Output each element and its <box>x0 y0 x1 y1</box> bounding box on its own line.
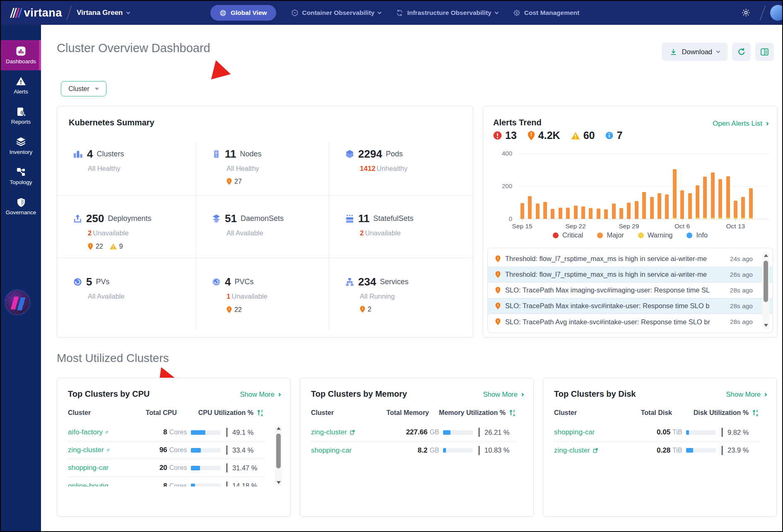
cluster-link[interactable]: zing-cluster <box>68 446 130 454</box>
show-more-link[interactable]: Show More <box>240 391 280 398</box>
scroll-thumb[interactable] <box>764 261 768 302</box>
chevron-right-icon <box>520 393 524 396</box>
scrollbar[interactable] <box>762 252 769 329</box>
alert-count-critical: 13 <box>493 129 517 141</box>
cluster-link[interactable]: aifo-factory <box>68 428 130 436</box>
cluster-filter-dropdown[interactable]: Cluster <box>61 81 106 96</box>
k8s-cell-head: 11Nodes <box>212 148 329 161</box>
scroll-down-icon[interactable] <box>277 481 281 484</box>
sidebar-item-alerts[interactable]: Alerts <box>1 70 41 101</box>
top-clusters-cards: Top Clusters by CPUShow MoreClusterTotal… <box>57 378 777 517</box>
x-axis-tick <box>576 219 576 221</box>
warning-icon <box>571 132 580 140</box>
show-more-link[interactable]: Show More <box>483 391 523 398</box>
scroll-down-icon[interactable] <box>764 324 768 327</box>
nav-infrastructure-observability[interactable]: Infrastructure Observability <box>396 9 498 17</box>
trend-bar <box>619 208 623 219</box>
sidebar-item-reports[interactable]: Reports <box>1 101 41 131</box>
trend-bar <box>718 179 722 219</box>
table-row[interactable]: shopping-car0.05TiB9.82 % <box>554 424 760 441</box>
k8s-cell-head: 5PVs <box>73 276 195 288</box>
scroll-thumb[interactable] <box>276 434 281 468</box>
alert-row[interactable]: !SLO: TracePath Avg intake-svc#intake-us… <box>488 314 773 330</box>
trend-bar <box>658 193 661 219</box>
legend-item-critical[interactable]: Critical <box>553 231 583 239</box>
svg-text:A: A <box>513 413 516 417</box>
sidebar-item-inventory[interactable]: Inventory <box>1 131 41 161</box>
alert-row[interactable]: !Threshold: flow_l7_rsptime_max_ms is hi… <box>488 251 773 267</box>
cluster-link[interactable]: shopping-car <box>68 464 130 472</box>
k8s-cell-services: 234ServicesAll Running!2 <box>329 258 473 330</box>
k8s-cell-daemonsets: 51DaemonSetsAll Available <box>196 196 329 258</box>
pvcs-icon <box>212 277 221 287</box>
header-actions: Download <box>662 43 774 61</box>
gridline <box>518 186 769 187</box>
alert-count-value: 13 <box>505 129 517 141</box>
major-icon: ! <box>226 306 232 314</box>
header-utilization[interactable]: Disk Utilization %ZA <box>677 409 760 417</box>
workspace-selector[interactable]: Virtana Green <box>77 9 130 17</box>
table-row[interactable]: zing-cluster227.66GB26.21 % <box>311 424 517 441</box>
show-more-link[interactable]: Show More <box>726 391 766 398</box>
header-cluster: Cluster <box>311 409 373 417</box>
total-value: 0.05TiB <box>616 428 682 436</box>
avatar[interactable] <box>770 5 783 21</box>
nav-cost-management[interactable]: $ Cost Management <box>513 9 580 17</box>
external-link-icon <box>350 430 355 435</box>
major-icon: ! <box>495 318 501 326</box>
nav-global-view[interactable]: Global View <box>210 5 276 21</box>
download-button[interactable]: Download <box>662 43 728 61</box>
statefulsets-icon <box>345 214 354 223</box>
alerts-trend-chart: 4002000Sep 15Sep 22Sep 29Oct 6Oct 13 <box>483 148 777 230</box>
table-row[interactable]: shopping-car8.2GB10.83 % <box>311 441 517 459</box>
refresh-button[interactable] <box>732 43 751 61</box>
table-row[interactable]: aifo-factory8Cores49.1 % <box>68 424 265 441</box>
cluster-link[interactable]: shopping-car <box>311 446 373 455</box>
scroll-up-icon[interactable] <box>277 427 281 430</box>
sidebar-item-governance[interactable]: Governance <box>1 191 41 221</box>
scrollbar[interactable] <box>275 424 282 486</box>
open-alerts-list-link[interactable]: Open Alerts List <box>713 120 768 128</box>
svg-text:$: $ <box>516 11 518 15</box>
warning-segment <box>718 218 722 219</box>
cluster-link[interactable]: online-boutiq <box>68 482 130 487</box>
table-row[interactable]: zing-cluster96Cores33.4 % <box>68 441 265 459</box>
alert-timestamp: 28s ago <box>730 318 753 326</box>
cluster-link[interactable]: zing-cluster <box>311 428 373 436</box>
sidebar-item-topology[interactable]: Topology <box>1 161 41 191</box>
top-clusters-memory-card: Top Clusters by MemoryShow MoreClusterTo… <box>300 378 534 517</box>
trend-bar <box>559 208 562 219</box>
sidebar-item-dashboards[interactable]: Dashboards <box>1 40 41 70</box>
table-row[interactable]: shopping-car20Cores31.47 % <box>68 459 265 477</box>
cluster-name: shopping-car <box>68 464 108 472</box>
alert-row[interactable]: !Threshold: flow_l7_rsptime_max_ms is hi… <box>488 267 773 283</box>
nav-container-observability[interactable]: Container Observability <box>291 9 381 17</box>
alert-row[interactable]: !SLO: TracePath Max imaging-svc#imaging-… <box>488 283 773 298</box>
scroll-up-icon[interactable] <box>764 254 768 257</box>
settings-gear-icon[interactable] <box>741 8 751 17</box>
cluster-link[interactable]: shopping-car <box>554 428 616 436</box>
filter-label: Cluster <box>68 85 89 93</box>
header-cluster: Cluster <box>68 409 130 417</box>
table-row[interactable]: zing-cluster0.28TiB23.9 % <box>554 441 760 459</box>
legend-item-warning[interactable]: Warning <box>638 231 673 239</box>
legend-label: Warning <box>648 231 673 239</box>
table-row[interactable]: online-boutiq8Cores14.18 % <box>68 477 265 486</box>
alert-row[interactable]: !SLO: TracePath Max intake-svc#intake-us… <box>488 298 773 314</box>
warning-icon <box>110 243 117 250</box>
legend-item-info[interactable]: Info <box>687 231 708 239</box>
cluster-link[interactable]: zing-cluster <box>554 446 616 455</box>
side-panel-button[interactable] <box>755 43 774 61</box>
gridline <box>518 219 769 219</box>
k8s-label: Pods <box>386 150 403 158</box>
trend-bar <box>528 196 532 219</box>
header-utilization[interactable]: Memory Utilization %ZA <box>434 409 517 417</box>
k8s-badges: !22 <box>226 306 329 314</box>
legend-item-major[interactable]: Major <box>597 231 624 239</box>
card-title: Top Clusters by CPU <box>68 389 149 399</box>
total-value: 0.28TiB <box>616 446 682 455</box>
main-content: Cluster Overview Dashboard Download Clus… <box>41 25 782 531</box>
header-utilization[interactable]: CPU Utilization %ZA <box>182 409 265 417</box>
reports-icon <box>16 107 26 117</box>
svg-text:!: ! <box>530 132 532 137</box>
